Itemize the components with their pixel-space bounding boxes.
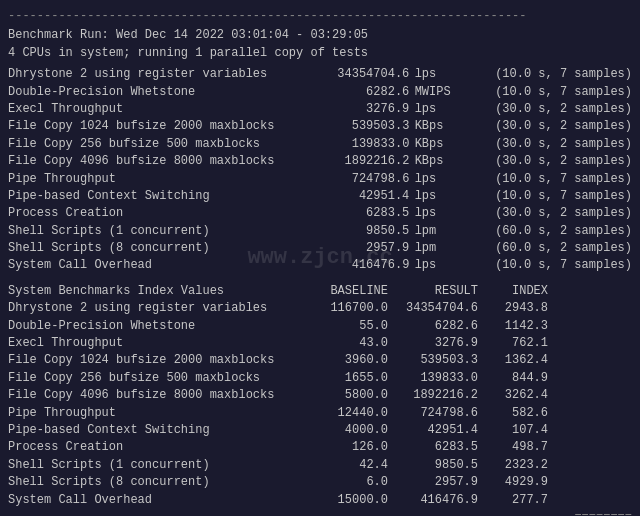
bench-label: Shell Scripts (1 concurrent) [8, 223, 308, 240]
index-row-result: 416476.9 [388, 492, 478, 509]
index-row-index: 3262.4 [478, 387, 548, 404]
bench-unit: lps [411, 188, 471, 205]
bench-unit: lps [411, 257, 471, 274]
index-row-result: 724798.6 [388, 405, 478, 422]
bench-timing: (10.0 s, 7 samples) [472, 188, 632, 205]
index-row-label: File Copy 256 bufsize 500 maxblocks [8, 370, 308, 387]
bench-value: 2957.9 [309, 240, 409, 257]
bench-label: Execl Throughput [8, 101, 308, 118]
index-row-result: 9850.5 [388, 457, 478, 474]
bench-value: 42951.4 [309, 188, 409, 205]
index-row-baseline: 3960.0 [308, 352, 388, 369]
bench-value: 416476.9 [309, 257, 409, 274]
index-row: File Copy 256 bufsize 500 maxblocks 1655… [8, 370, 632, 387]
index-row-baseline: 15000.0 [308, 492, 388, 509]
bench-unit: MWIPS [411, 84, 471, 101]
index-row: System Call Overhead 15000.0 416476.9 27… [8, 492, 632, 509]
bench-unit: lpm [411, 223, 471, 240]
bench-timing: (60.0 s, 2 samples) [472, 223, 632, 240]
bench-timing: (30.0 s, 2 samples) [472, 153, 632, 170]
index-row-index: 277.7 [478, 492, 548, 509]
bench-value: 9850.5 [309, 223, 409, 240]
index-row: Pipe-based Context Switching 4000.0 4295… [8, 422, 632, 439]
index-row-label: File Copy 1024 bufsize 2000 maxblocks [8, 352, 308, 369]
bench-row: Shell Scripts (1 concurrent) 9850.5 lpm … [8, 223, 632, 240]
index-row-baseline: 6.0 [308, 474, 388, 491]
bench-label: Double-Precision Whetstone [8, 84, 308, 101]
bench-row: Pipe-based Context Switching 42951.4 lps… [8, 188, 632, 205]
double-separator: ======== [8, 509, 632, 516]
index-row-baseline: 43.0 [308, 335, 388, 352]
index-row-baseline: 42.4 [308, 457, 388, 474]
bench-row: File Copy 256 bufsize 500 maxblocks 1398… [8, 136, 632, 153]
index-row: Dhrystone 2 using register variables 116… [8, 300, 632, 317]
bench-unit: lps [411, 101, 471, 118]
bench-timing: (30.0 s, 2 samples) [472, 205, 632, 222]
index-row-result: 42951.4 [388, 422, 478, 439]
index-row-index: 1362.4 [478, 352, 548, 369]
index-row-result: 3276.9 [388, 335, 478, 352]
index-row-index: 498.7 [478, 439, 548, 456]
index-row-result: 1892216.2 [388, 387, 478, 404]
bench-label: Shell Scripts (8 concurrent) [8, 240, 308, 257]
bench-timing: (30.0 s, 2 samples) [472, 118, 632, 135]
index-row: Shell Scripts (1 concurrent) 42.4 9850.5… [8, 457, 632, 474]
bench-label: Pipe-based Context Switching [8, 188, 308, 205]
index-row: File Copy 1024 bufsize 2000 maxblocks 39… [8, 352, 632, 369]
bench-timing: (30.0 s, 2 samples) [472, 136, 632, 153]
index-row-baseline: 55.0 [308, 318, 388, 335]
bench-value: 6283.5 [309, 205, 409, 222]
index-row-label: Pipe-based Context Switching [8, 422, 308, 439]
bench-timing: (10.0 s, 7 samples) [472, 84, 632, 101]
top-separator: ----------------------------------------… [8, 8, 632, 25]
index-row-index: 107.4 [478, 422, 548, 439]
index-row-label: Dhrystone 2 using register variables [8, 300, 308, 317]
index-row: Execl Throughput 43.0 3276.9 762.1 [8, 335, 632, 352]
bench-row: Process Creation 6283.5 lps (30.0 s, 2 s… [8, 205, 632, 222]
index-row-index: 2943.8 [478, 300, 548, 317]
index-row-label: System Call Overhead [8, 492, 308, 509]
bench-timing: (10.0 s, 7 samples) [472, 66, 632, 83]
index-row-baseline: 12440.0 [308, 405, 388, 422]
bench-value: 539503.3 [309, 118, 409, 135]
bench-value: 139833.0 [309, 136, 409, 153]
bench-label: File Copy 256 bufsize 500 maxblocks [8, 136, 308, 153]
index-row-baseline: 5800.0 [308, 387, 388, 404]
index-row-result: 6282.6 [388, 318, 478, 335]
bench-timing: (60.0 s, 2 samples) [472, 240, 632, 257]
index-header: System Benchmarks Index Values BASELINE … [8, 283, 632, 300]
header-line1: Benchmark Run: Wed Dec 14 2022 03:01:04 … [8, 27, 632, 44]
bench-label: File Copy 1024 bufsize 2000 maxblocks [8, 118, 308, 135]
index-row-baseline: 4000.0 [308, 422, 388, 439]
benchmark-section: Dhrystone 2 using register variables 343… [8, 66, 632, 275]
bench-value: 6282.6 [309, 84, 409, 101]
index-row-baseline: 116700.0 [308, 300, 388, 317]
index-row-label: Process Creation [8, 439, 308, 456]
index-row: Double-Precision Whetstone 55.0 6282.6 1… [8, 318, 632, 335]
index-col-label-header: System Benchmarks Index Values [8, 283, 308, 300]
index-row-result: 2957.9 [388, 474, 478, 491]
index-row-baseline: 1655.0 [308, 370, 388, 387]
index-row-index: 4929.9 [478, 474, 548, 491]
bench-unit: lps [411, 171, 471, 188]
bench-label: Dhrystone 2 using register variables [8, 66, 308, 83]
index-col-baseline-header: BASELINE [308, 283, 388, 300]
index-row-index: 762.1 [478, 335, 548, 352]
index-row-index: 1142.3 [478, 318, 548, 335]
bench-row: Dhrystone 2 using register variables 343… [8, 66, 632, 83]
index-row: Shell Scripts (8 concurrent) 6.0 2957.9 … [8, 474, 632, 491]
bench-row: Shell Scripts (8 concurrent) 2957.9 lpm … [8, 240, 632, 257]
bench-value: 34354704.6 [309, 66, 409, 83]
index-col-result-header: RESULT [388, 283, 478, 300]
bench-unit: lps [411, 66, 471, 83]
header-line2: 4 CPUs in system; running 1 parallel cop… [8, 45, 632, 62]
bench-timing: (10.0 s, 7 samples) [472, 257, 632, 274]
bench-unit: KBps [411, 153, 471, 170]
index-row-result: 139833.0 [388, 370, 478, 387]
index-row-baseline: 126.0 [308, 439, 388, 456]
bench-value: 3276.9 [309, 101, 409, 118]
bench-label: Pipe Throughput [8, 171, 308, 188]
index-row-result: 6283.5 [388, 439, 478, 456]
index-row-label: Pipe Throughput [8, 405, 308, 422]
index-row-label: File Copy 4096 bufsize 8000 maxblocks [8, 387, 308, 404]
